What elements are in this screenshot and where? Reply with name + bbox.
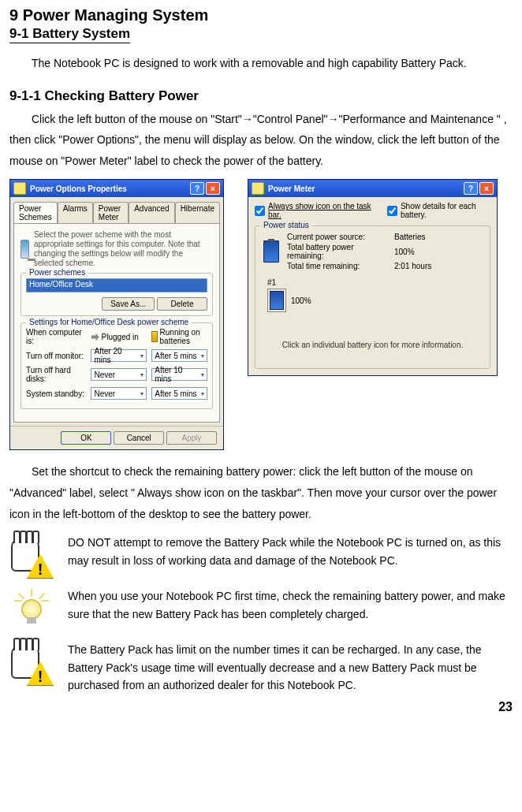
window-title: Power Meter bbox=[268, 184, 315, 193]
p1-text: The Notebook PC is designed to work with… bbox=[32, 57, 467, 69]
note1-text: DO NOT attempt to remove the Battery Pac… bbox=[68, 534, 513, 569]
battery-number: #1 bbox=[267, 278, 482, 287]
power-status-group: Power status Current power source:Batter… bbox=[255, 225, 490, 369]
status-grid: Current power source:Batteries Total bat… bbox=[263, 233, 482, 270]
description-text: Select the power scheme with the most ap… bbox=[34, 230, 213, 268]
power-icon bbox=[252, 182, 264, 195]
tab-power-schemes[interactable]: Power Schemes bbox=[13, 202, 58, 223]
heading-1: 9 Power Managing System bbox=[9, 6, 513, 24]
delete-button[interactable]: Delete bbox=[157, 297, 207, 311]
when-label: When computer is: bbox=[26, 328, 87, 345]
apply-button[interactable]: Apply bbox=[166, 431, 217, 445]
screenshot-row: Power Options Properties ? × Power Schem… bbox=[9, 179, 513, 450]
power-schemes-group: Power schemes Home/Office Desk Save As..… bbox=[21, 273, 213, 316]
combo-plugged[interactable]: Never bbox=[91, 368, 147, 381]
batteries-label: Running on batteries bbox=[160, 328, 207, 345]
cancel-button[interactable]: Cancel bbox=[114, 431, 164, 445]
paragraph-1: The Notebook PC is designed to work with… bbox=[9, 53, 513, 74]
line1-label: Current power source: bbox=[287, 233, 390, 241]
save-as-button[interactable]: Save As... bbox=[102, 297, 155, 311]
battery-1-pct: 100% bbox=[291, 296, 311, 305]
p3-text: Set the shortcut to check the remaining … bbox=[9, 465, 497, 520]
line2-value: 100% bbox=[394, 248, 457, 256]
line3-label: Total time remaining: bbox=[287, 262, 390, 270]
row-label: Turn off monitor: bbox=[26, 352, 86, 360]
window-title: Power Options Properties bbox=[30, 184, 127, 193]
combo-plugged[interactable]: Never bbox=[91, 387, 147, 400]
combo-battery[interactable]: After 5 mins bbox=[151, 387, 207, 400]
row-label: Turn off hard disks: bbox=[26, 366, 86, 383]
panel: Select the power scheme with the most ap… bbox=[13, 223, 220, 423]
combo-plugged[interactable]: After 20 mins bbox=[91, 349, 147, 362]
power-meter-window: Power Meter ? × Always show icon on the … bbox=[248, 179, 498, 376]
monitor-icon bbox=[21, 240, 29, 259]
battery-1-icon[interactable] bbox=[267, 289, 286, 312]
button-bar: OK Cancel Apply bbox=[10, 426, 223, 449]
tab-alarms[interactable]: Alarms bbox=[58, 202, 93, 223]
note2-text: When you use your Notebook PC first time… bbox=[68, 587, 513, 623]
note3-text: The Battery Pack has limit on the number… bbox=[68, 641, 513, 694]
paragraph-3: Set the shortcut to check the remaining … bbox=[9, 461, 513, 524]
warning-note-2: The Battery Pack has limit on the number… bbox=[9, 641, 513, 694]
tab-hibernate[interactable]: Hibernate bbox=[175, 202, 220, 223]
heading-2: 9-1 Battery System bbox=[9, 26, 130, 43]
help-button[interactable]: ? bbox=[190, 182, 204, 195]
battery-icon bbox=[263, 240, 279, 263]
row-monitor: Turn off monitor: After 20 mins After 5 … bbox=[26, 349, 207, 362]
power-options-window: Power Options Properties ? × Power Schem… bbox=[9, 179, 224, 450]
line3-value: 2:01 hours bbox=[394, 262, 457, 270]
power-icon bbox=[13, 182, 26, 195]
chk1-label: Always show icon on the task bar. bbox=[268, 202, 371, 219]
ok-button[interactable]: OK bbox=[61, 431, 111, 445]
combo-battery[interactable]: After 5 mins bbox=[151, 349, 207, 362]
column-header: When computer is: Plugged in Running on … bbox=[26, 328, 207, 345]
p2-text: Click the left button of the mouse on "S… bbox=[9, 113, 507, 167]
hand-warning-icon bbox=[9, 534, 54, 578]
row-harddisk: Turn off hard disks: Never After 10 mins bbox=[26, 366, 207, 383]
description-row: Select the power scheme with the most ap… bbox=[21, 230, 213, 268]
warning-note-1: DO NOT attempt to remove the Battery Pac… bbox=[9, 534, 513, 578]
row-standby: System standby: Never After 5 mins bbox=[26, 387, 207, 400]
checkbox-row: Always show icon on the task bar. Show d… bbox=[248, 197, 497, 224]
battery-icon bbox=[151, 331, 157, 342]
close-button[interactable]: × bbox=[206, 182, 220, 195]
settings-group: Settings for Home/Office Desk power sche… bbox=[21, 322, 213, 409]
page-number: 23 bbox=[9, 700, 513, 714]
heading-3: 9-1-1 Checking Battery Power bbox=[9, 88, 513, 104]
scheme-select[interactable]: Home/Office Desk bbox=[26, 278, 207, 292]
show-details-checkbox[interactable]: Show details for each battery. bbox=[387, 202, 490, 219]
titlebar: Power Meter ? × bbox=[248, 180, 497, 197]
close-button[interactable]: × bbox=[479, 182, 494, 195]
plug-icon bbox=[91, 333, 99, 341]
legend: Settings for Home/Office Desk power sche… bbox=[26, 318, 192, 326]
lightbulb-icon bbox=[9, 587, 54, 631]
plugged-label: Plugged in bbox=[102, 333, 139, 341]
chk2-label: Show details for each battery. bbox=[401, 202, 490, 219]
legend: Power status bbox=[260, 221, 312, 229]
titlebar: Power Options Properties ? × bbox=[10, 180, 223, 197]
click-hint: Click an individual battery icon for mor… bbox=[263, 341, 482, 349]
tab-power-meter[interactable]: Power Meter bbox=[93, 202, 129, 223]
tab-advanced[interactable]: Advanced bbox=[129, 202, 174, 223]
legend: Power schemes bbox=[26, 268, 88, 277]
tip-note: When you use your Notebook PC first time… bbox=[9, 587, 513, 631]
combo-battery[interactable]: After 10 mins bbox=[151, 368, 207, 381]
line1-value: Batteries bbox=[394, 233, 457, 241]
help-button[interactable]: ? bbox=[464, 182, 478, 195]
always-show-checkbox[interactable]: Always show icon on the task bar. bbox=[255, 202, 371, 219]
hand-warning-icon bbox=[9, 641, 54, 685]
row-label: System standby: bbox=[26, 389, 86, 398]
line2-label: Total battery power remaining: bbox=[287, 243, 390, 260]
paragraph-2: Click the left button of the mouse on "S… bbox=[9, 109, 513, 172]
tabs: Power Schemes Alarms Power Meter Advance… bbox=[10, 197, 223, 223]
